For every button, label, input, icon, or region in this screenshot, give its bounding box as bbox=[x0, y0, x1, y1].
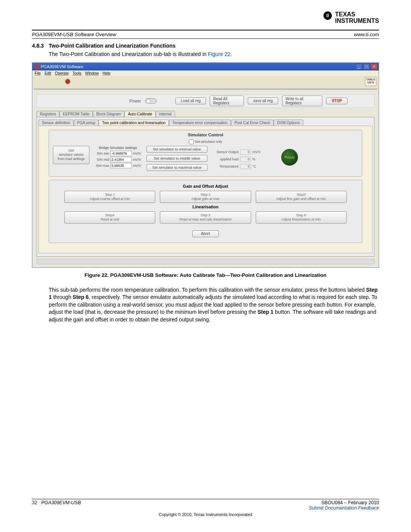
simulator-control-title: Simulator Control bbox=[53, 133, 358, 137]
tab-internal[interactable]: internal bbox=[156, 111, 175, 117]
section-heading: 4.8.3Two-Point Calibration and Lineariza… bbox=[32, 43, 379, 49]
step-1-button[interactable]: Step 1Adjust coarse offset at min bbox=[64, 191, 155, 203]
power-toggle[interactable] bbox=[145, 98, 156, 104]
subtab-post-cal-error[interactable]: Post Cal Error Check bbox=[231, 120, 274, 126]
menu-operate[interactable]: Operate bbox=[55, 71, 68, 75]
write-all-registers-button[interactable]: Write to all Registers bbox=[282, 96, 322, 106]
tab-block-diagram[interactable]: Block Diagram bbox=[93, 111, 124, 117]
subtab-dvm-options[interactable]: DVM Options bbox=[274, 120, 303, 126]
step-5-button[interactable]: Step 5Read at max and calc linearisation bbox=[160, 211, 251, 224]
abort-button[interactable]: Abort bbox=[192, 230, 219, 237]
step-4-button[interactable]: Step4Read at mid bbox=[64, 211, 155, 224]
sim-min-input[interactable] bbox=[110, 151, 132, 156]
set-sim-min-button[interactable]: Set simulator to minimal value bbox=[147, 146, 207, 153]
get-simulator-values-button[interactable]: Getsimulator valuesfrom load settings bbox=[53, 146, 89, 164]
gain-title: Gain and Offset Adjust bbox=[53, 184, 358, 189]
stop-button[interactable]: STOP bbox=[326, 97, 347, 104]
set-sim-max-button[interactable]: Set simulator to maximal value bbox=[147, 164, 207, 171]
step-2-button[interactable]: Step 2Adjust gain at max bbox=[160, 191, 251, 203]
subtab-sensor-definition[interactable]: Sensor definition bbox=[38, 120, 74, 126]
subtab-temperature-error[interactable]: Temperature error compensation bbox=[169, 120, 231, 126]
menu-window[interactable]: Window bbox=[85, 71, 99, 75]
menu-file[interactable]: File bbox=[35, 71, 41, 75]
run-abort-icon[interactable] bbox=[65, 79, 70, 84]
applied-load-value: 0 bbox=[240, 157, 251, 162]
table-gen-button[interactable]: TABLEGEN bbox=[365, 77, 376, 86]
intro-text: The Two-Point Calibration and Linearizat… bbox=[49, 51, 379, 57]
step-3-button[interactable]: Step3Adjust fine gain and offset at min bbox=[256, 191, 347, 203]
sim-min-label: Sim min bbox=[92, 152, 109, 155]
save-all-reg-button[interactable]: save all reg bbox=[248, 97, 278, 104]
subtab-pga-setup[interactable]: PGA setup bbox=[74, 120, 99, 126]
figure-caption: Figure 22. PGA309EVM-USB Software: Auto … bbox=[32, 272, 379, 278]
read-all-registers-button[interactable]: Read All Registers bbox=[210, 96, 244, 106]
divider bbox=[34, 88, 377, 90]
load-all-reg-button[interactable]: Load all reg bbox=[175, 97, 206, 104]
top-button-row: Power Load all reg Read All Registers sa… bbox=[37, 94, 374, 108]
window-titlebar: PGA309EVM Software _ □ × bbox=[32, 63, 379, 70]
page-footer: 32 PGA309EVM-USB SBOU084 – February 2010… bbox=[32, 499, 379, 517]
copyright: Copyright © 2010, Texas Instruments Inco… bbox=[32, 512, 379, 517]
sensor-output-value: 0 bbox=[240, 150, 251, 155]
close-button[interactable]: × bbox=[371, 64, 378, 70]
subtab-two-point-calibration[interactable]: Two point calibration and linearisation bbox=[99, 120, 169, 126]
set-simulator-only-checkbox[interactable] bbox=[189, 139, 194, 144]
header-left: PGA309EVM-USB Software Overview bbox=[32, 32, 116, 37]
sim-mid-label: Sim mid bbox=[92, 158, 109, 161]
step-6-button[interactable]: Step 6Adjust linearisation at min bbox=[256, 211, 347, 224]
feedback-link[interactable]: Submit Documentation Feedback bbox=[309, 505, 379, 511]
body-paragraph: This sub-tab performs the room temperatu… bbox=[49, 286, 379, 324]
horizontal-scrollbar[interactable] bbox=[37, 259, 374, 264]
gain-lin-box: Gain and Offset Adjust Step 1Adjust coar… bbox=[49, 180, 362, 243]
power-label: Power bbox=[129, 99, 141, 103]
header-right: www.ti.com bbox=[354, 32, 379, 37]
sub-tabs: Sensor definition PGA setup Two point ca… bbox=[38, 120, 374, 126]
window-title: PGA309EVM Software bbox=[41, 64, 83, 69]
ready-led: Ready bbox=[281, 149, 298, 166]
tab-eeprom-table[interactable]: EEPROM Table bbox=[59, 111, 93, 117]
sim-max-input[interactable] bbox=[110, 163, 132, 168]
temperature-value: 0 bbox=[240, 164, 251, 169]
tab-registers[interactable]: Registers bbox=[37, 111, 59, 117]
bridge-settings-header: Bridge Simulator settings bbox=[92, 146, 143, 150]
tab-auto-calibrate[interactable]: Auto-Calibrate bbox=[124, 111, 156, 117]
menu-edit[interactable]: Edit bbox=[45, 71, 51, 75]
menu-tools[interactable]: Tools bbox=[73, 71, 81, 75]
menu-help[interactable]: Help bbox=[102, 71, 110, 75]
sim-mid-input[interactable] bbox=[110, 157, 132, 162]
figure-link[interactable]: Figure 22 bbox=[208, 51, 230, 57]
ti-logo: ti TEXASINSTRUMENTS bbox=[32, 11, 379, 24]
minimize-button[interactable]: _ bbox=[355, 64, 362, 70]
ti-chip-icon: ti bbox=[323, 11, 332, 20]
main-tabs: Registers EEPROM Table Block Diagram Aut… bbox=[37, 111, 376, 117]
page-header: PGA309EVM-USB Software Overview www.ti.c… bbox=[32, 30, 379, 39]
set-simulator-only-label: Set simulator only bbox=[195, 139, 222, 143]
sim-max-label: Sim max bbox=[92, 164, 109, 168]
maximize-button[interactable]: □ bbox=[363, 64, 370, 70]
app-window: PGA309EVM Software _ □ × File Edit Opera… bbox=[32, 62, 379, 268]
simulator-control-box: Simulator Control Set simulator only Get… bbox=[49, 130, 362, 177]
set-sim-mid-button[interactable]: Set simulator to middle value bbox=[147, 155, 207, 162]
app-icon bbox=[35, 64, 39, 69]
menu-bar: File Edit Operate Tools Window Help bbox=[32, 70, 379, 76]
linearisation-title: Linearisation bbox=[53, 204, 358, 209]
